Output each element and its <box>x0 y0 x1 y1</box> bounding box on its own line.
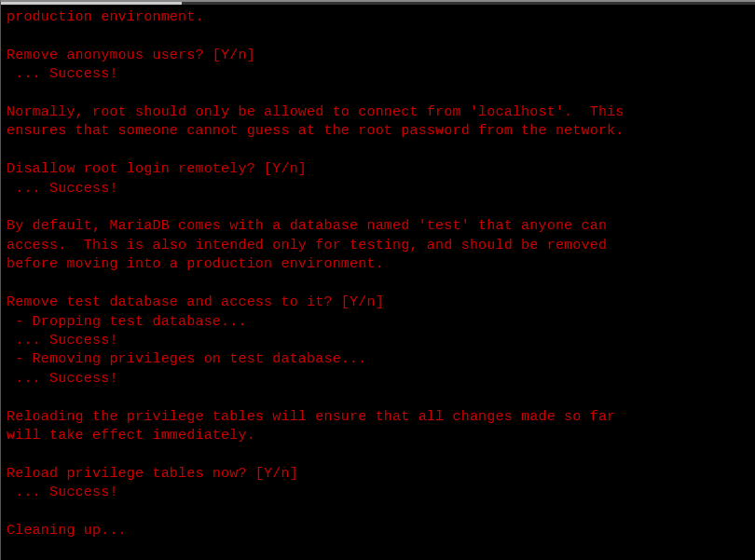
terminal-output: production environment. Remove anonymous… <box>1 5 755 544</box>
